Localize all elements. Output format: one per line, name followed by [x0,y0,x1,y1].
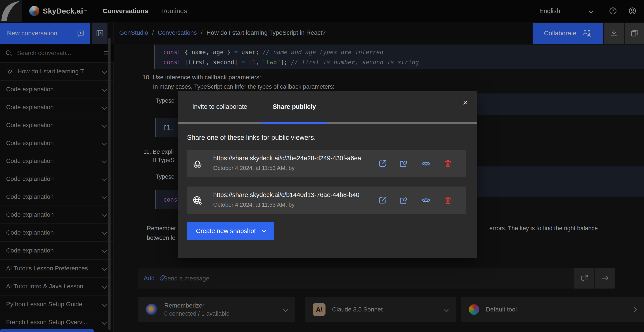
share-url[interactable]: https://share.skydeck.ai/c/b1440d13-76ae… [213,191,371,198]
tab-label: Share publicly [273,103,316,110]
share-meta: October 4 2024, at 11:53 AM, by [213,202,294,208]
close-icon[interactable] [461,98,470,107]
share-lead-text: Share one of these links for public view… [187,134,316,142]
share-link-row: https://share.skydeck.ai/c/b1440d13-76ae… [187,186,466,214]
create-snapshot-label: Create new snapshot [196,228,256,234]
copy-link-icon[interactable] [399,195,409,205]
share-link-row: https://share.skydeck.ai/c/3be24e28-d249… [187,150,466,177]
delete-link-icon[interactable] [443,195,453,205]
delete-link-icon[interactable] [443,158,453,168]
app-root: SkyDeck.ai™ Conversations Routines Engli… [0,0,644,332]
divider [375,186,375,214]
modal-tab-bar: Invite to collaborate Share publicly [178,91,477,124]
open-link-icon[interactable] [378,158,388,168]
tab-invite-to-collaborate[interactable]: Invite to collaborate [178,91,261,122]
tab-label: Invite to collaborate [192,103,247,110]
divider [375,150,375,177]
globe-icon [192,195,203,206]
share-modal: Invite to collaborate Share publicly Sha… [178,91,477,258]
share-url[interactable]: https://share.skydeck.ai/c/3be24e28-d249… [213,155,371,162]
incognito-icon [192,158,203,170]
open-link-icon[interactable] [378,195,388,205]
share-meta: October 4 2024, at 11:53 AM, by [213,165,294,172]
copy-link-icon[interactable] [399,158,409,168]
view-count-icon[interactable] [421,158,431,168]
create-snapshot-button[interactable]: Create new snapshot [187,222,274,240]
tab-share-publicly[interactable]: Share publicly [261,91,327,122]
active-tab-underline [261,122,327,124]
view-count-icon[interactable] [421,195,431,205]
chevron-down-icon [262,228,266,232]
